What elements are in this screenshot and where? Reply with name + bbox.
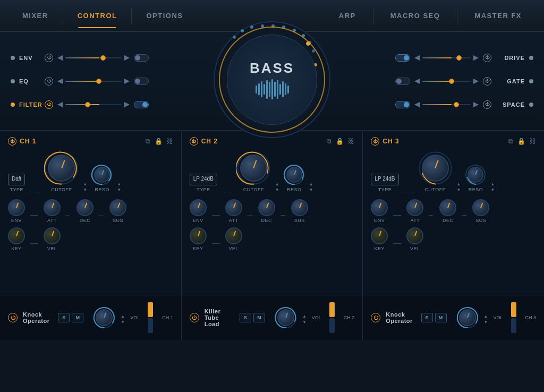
ch3-sus-knob[interactable] — [472, 199, 489, 216]
ch3-type-select[interactable]: LP 24dB — [371, 174, 398, 185]
drive-slider[interactable] — [422, 57, 471, 58]
ch2-link-icon[interactable]: ⛓ — [348, 138, 354, 145]
bp2-m-button[interactable]: M — [253, 313, 265, 322]
ch3-save-icon[interactable]: 🔒 — [517, 138, 525, 145]
ch1-env-knob[interactable] — [8, 199, 25, 216]
ch1-sus-knob[interactable] — [109, 199, 126, 216]
env-label: ENV — [19, 55, 40, 61]
ch2-att-dash — [248, 215, 253, 216]
ch3-copy-icon[interactable]: ⧉ — [508, 138, 513, 145]
env-power-btn[interactable]: ⏻ — [45, 54, 53, 62]
bp3-vol-knob[interactable] — [459, 309, 476, 326]
ch3-dec-knob[interactable] — [439, 199, 456, 216]
nav-arp[interactable]: ARP — [327, 7, 368, 24]
svg-marker-22 — [473, 79, 479, 84]
bp1-vol-knob[interactable] — [96, 309, 113, 326]
bp2-s-button[interactable]: S — [240, 313, 251, 322]
nav-macro-seq[interactable]: MACRO SEQ — [379, 7, 452, 24]
ch2-power-btn[interactable]: ⏻ — [190, 137, 198, 146]
eq-control-row: EQ ⏻ — [11, 73, 149, 89]
filter-slider[interactable] — [65, 104, 122, 105]
ch3-cutoff-knob[interactable] — [422, 155, 449, 182]
ch3-env-knob[interactable] — [371, 199, 388, 216]
ch3-sus-label: SUS — [475, 218, 486, 223]
ch1-dec-knob[interactable] — [76, 199, 94, 216]
ch2-save-icon[interactable]: 🔒 — [336, 138, 344, 145]
filter-toggle[interactable] — [134, 101, 149, 108]
ch2-dec-dash — [280, 215, 286, 216]
ch3-att-knob[interactable] — [406, 199, 423, 216]
ch2-att-knob[interactable] — [225, 199, 242, 216]
ch2-cutoff-knob[interactable] — [240, 155, 267, 182]
env-toggle[interactable] — [134, 54, 149, 62]
ch1-dec-group: DEC — [76, 199, 94, 223]
space-toggle-left[interactable] — [395, 101, 410, 108]
ch2-dec-knob[interactable] — [258, 199, 275, 216]
bp2-vol-knob[interactable] — [277, 309, 294, 326]
ch1-env-dash — [30, 215, 38, 216]
ch2-sus-knob[interactable] — [291, 199, 308, 216]
env-indicator — [11, 56, 15, 60]
ch2-vel-knob[interactable] — [225, 227, 242, 244]
ch1-type-select[interactable]: Daft — [8, 174, 25, 185]
bp3-m-button[interactable]: M — [435, 313, 447, 322]
bp3-s-button[interactable]: S — [421, 313, 433, 322]
bp1-power-btn[interactable]: ⏻ — [8, 313, 18, 322]
env-arrow-right-icon — [124, 55, 130, 61]
ch3-power-btn[interactable]: ⏻ — [371, 137, 379, 146]
filter-power-btn[interactable]: ⏻ — [45, 100, 53, 109]
ch1-key-knob[interactable] — [8, 227, 25, 244]
svg-marker-20 — [473, 55, 479, 61]
ch1-att-group: ATT — [44, 199, 61, 223]
ch2-env-row: ENV ATT DEC SUS — [190, 199, 355, 223]
ch3-key-knob[interactable] — [371, 227, 388, 244]
nav-options[interactable]: OPTIONS — [134, 7, 194, 24]
gate-power-btn[interactable]: ⏻ — [483, 77, 491, 86]
ch1-vel-knob[interactable] — [44, 227, 61, 244]
drive-power-btn[interactable]: ⏻ — [483, 54, 491, 62]
ch3-link-icon[interactable]: ⛓ — [530, 138, 536, 145]
ch1-power-btn[interactable]: ⏻ — [8, 137, 16, 146]
ch2-dec-group: DEC — [258, 199, 275, 223]
ch1-vel-label: VEL — [47, 246, 57, 251]
bp2-power-btn[interactable]: ⏻ — [190, 313, 199, 322]
filter-arrow-left-icon — [57, 102, 63, 107]
ch1-cutoff-knob[interactable] — [48, 155, 75, 182]
bp3-vol-arrows: ▲▼ — [484, 314, 488, 325]
gate-slider[interactable] — [422, 81, 471, 82]
eq-slider[interactable] — [65, 81, 122, 82]
ch3-icons: ⧉ 🔒 ⛓ — [508, 138, 536, 145]
ch2-vel-label: VEL — [228, 246, 239, 251]
nav-mixer[interactable]: MIXER — [11, 7, 60, 24]
ch3-env-dash — [393, 215, 401, 216]
bp1-m-button[interactable]: M — [72, 313, 83, 322]
svg-marker-24 — [473, 102, 479, 107]
env-slider[interactable] — [65, 57, 122, 58]
bp1-s-button[interactable]: S — [58, 313, 70, 322]
channel-2-panel: ⏻ CH 2 ⧉ 🔒 ⛓ LP 24dB TYPE — [182, 131, 363, 295]
ch1-save-icon[interactable]: 🔒 — [155, 138, 163, 145]
ch2-reso-group: RESO — [284, 164, 305, 192]
ch2-reso-knob-wrap — [284, 164, 305, 185]
eq-power-btn[interactable]: ⏻ — [45, 77, 53, 86]
gate-toggle-left[interactable] — [395, 78, 410, 85]
nav-master-fx[interactable]: MASTER FX — [463, 7, 533, 24]
ch2-key-knob[interactable] — [190, 227, 207, 244]
ch1-link-icon[interactable]: ⛓ — [167, 138, 173, 145]
ch1-att-knob[interactable] — [44, 199, 61, 216]
eq-toggle[interactable] — [134, 78, 149, 85]
drive-toggle-left[interactable] — [395, 54, 410, 62]
space-slider[interactable] — [422, 104, 471, 105]
ch2-type-select[interactable]: LP 24dB — [190, 174, 217, 185]
ch2-env-knob[interactable] — [190, 199, 207, 216]
nav-control[interactable]: CONTROL — [66, 7, 129, 24]
ch2-reso-knob[interactable] — [286, 167, 302, 183]
ch3-env-group: ENV — [371, 199, 388, 223]
bp3-power-btn[interactable]: ⏻ — [371, 313, 380, 322]
ch1-copy-icon[interactable]: ⧉ — [146, 138, 150, 145]
space-power-btn[interactable]: ⏻ — [483, 100, 491, 109]
gate-arrow-left-icon — [414, 79, 420, 84]
svg-marker-23 — [414, 102, 420, 107]
ch3-vel-knob[interactable] — [406, 227, 423, 244]
ch2-copy-icon[interactable]: ⧉ — [327, 138, 332, 145]
